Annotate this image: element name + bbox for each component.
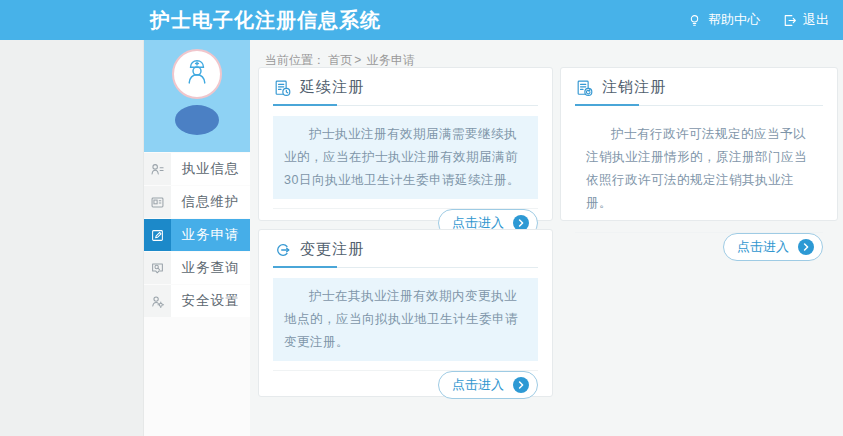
sidebar-item-label: 安全设置 (171, 285, 250, 317)
nurse-avatar-icon (178, 53, 216, 95)
card-change-registration: 变更注册 护士在其执业注册有效期内变更执业地点的，应当向拟执业地卫生计生委申请变… (258, 229, 553, 397)
enter-button-label: 点击进入 (737, 238, 789, 256)
card-description: 护士执业注册有效期届满需要继续执业的，应当在护士执业注册有效期届满前30日向执业… (273, 116, 538, 199)
card-title: 延续注册 (300, 78, 364, 97)
sidebar: 执业信息 信息维护 (143, 40, 250, 436)
card-renewal-registration: 延续注册 护士执业注册有效期届满需要继续执业的，应当在护士执业注册有效期届满前3… (258, 67, 553, 221)
breadcrumb: 当前位置： 首页> 业务申请 (250, 40, 843, 64)
card-cancel-registration: 注销注册 护士有行政许可法规定的应当予以注销执业注册情形的，原注册部门应当依照行… (560, 67, 838, 221)
chevron-right-circle-icon (798, 239, 814, 255)
practice-info-icon (144, 153, 171, 185)
card-header: 注销注册 (575, 78, 823, 106)
header-actions: 帮助中心 退出 (687, 11, 829, 29)
document-undo-icon (575, 79, 593, 97)
enter-button[interactable]: 点击进入 (723, 233, 823, 261)
left-gutter (0, 40, 143, 436)
sidebar-item-info-maintenance[interactable]: 信息维护 (144, 186, 250, 218)
change-circle-arrow-icon (273, 241, 291, 259)
sidebar-item-business-query[interactable]: 业务查询 (144, 252, 250, 284)
info-maintenance-icon (144, 186, 171, 218)
enter-button[interactable]: 点击进入 (438, 371, 538, 399)
business-query-icon (144, 252, 171, 284)
sidebar-item-label: 业务查询 (171, 252, 250, 284)
card-row: 延续注册 护士执业注册有效期届满需要继续执业的，应当在护士执业注册有效期届满前3… (258, 67, 838, 221)
main-content: 当前位置： 首页> 业务申请 (250, 40, 843, 436)
sidebar-item-practice-info[interactable]: 执业信息 (144, 153, 250, 185)
sidebar-item-security-settings[interactable]: 安全设置 (144, 285, 250, 317)
app-header: 护士电子化注册信息系统 帮助中心 退出 (0, 0, 843, 40)
card-description: 护士在其执业注册有效期内变更执业地点的，应当向拟执业地卫生计生委申请变更注册。 (273, 278, 538, 361)
sidebar-item-label: 业务申请 (171, 219, 250, 251)
profile-panel (144, 40, 250, 152)
logout-label: 退出 (803, 11, 829, 29)
sidebar-item-label: 执业信息 (171, 153, 250, 185)
sidebar-item-label: 信息维护 (171, 186, 250, 218)
app-title: 护士电子化注册信息系统 (150, 7, 381, 34)
page: 护士电子化注册信息系统 帮助中心 退出 (0, 0, 843, 436)
page-body: 执业信息 信息维护 (0, 40, 843, 436)
cards-area: 延续注册 护士执业注册有效期届满需要继续执业的，应当在护士执业注册有效期届满前3… (250, 64, 843, 405)
card-header: 延续注册 (273, 78, 538, 106)
avatar (172, 49, 222, 99)
card-title: 变更注册 (300, 240, 364, 259)
enter-button-label: 点击进入 (452, 376, 504, 394)
security-settings-icon (144, 285, 171, 317)
sidebar-item-business-application[interactable]: 业务申请 (144, 219, 250, 251)
logout-link[interactable]: 退出 (782, 11, 829, 29)
card-description: 护士有行政许可法规定的应当予以注销执业注册情形的，原注册部门应当依照行政许可法的… (575, 116, 823, 223)
user-name-placeholder (175, 105, 219, 135)
business-application-icon (144, 219, 171, 251)
sidebar-menu: 执业信息 信息维护 (144, 153, 250, 318)
card-title: 注销注册 (602, 78, 666, 97)
chevron-right-circle-icon (513, 377, 529, 393)
logout-icon (782, 13, 797, 28)
card-footer: 点击进入 (273, 371, 538, 399)
help-label: 帮助中心 (708, 11, 760, 29)
document-clock-icon (273, 79, 291, 97)
card-header: 变更注册 (273, 240, 538, 268)
card-footer: 点击进入 (575, 233, 823, 261)
lightbulb-icon (687, 13, 702, 28)
help-center-link[interactable]: 帮助中心 (687, 11, 760, 29)
